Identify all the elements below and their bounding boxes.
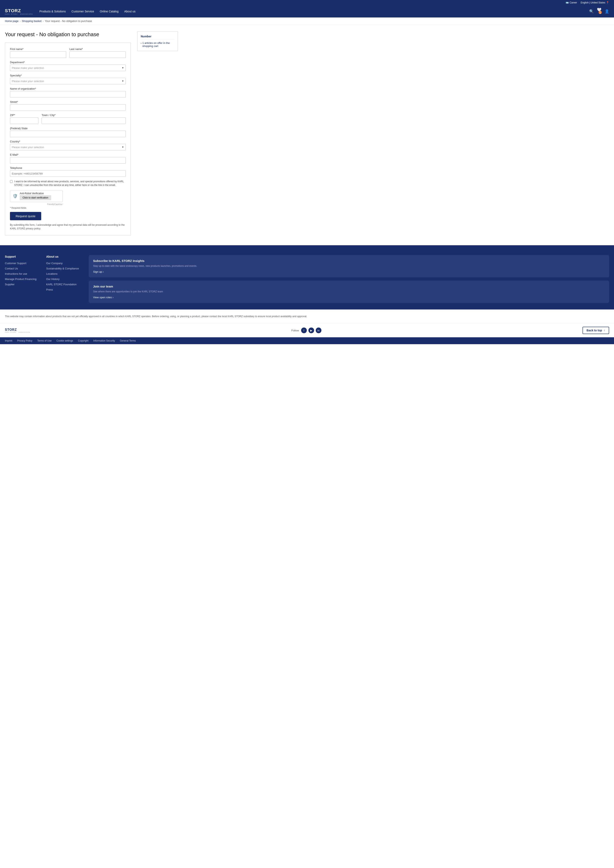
captcha-button[interactable]: Click to start verification [20, 195, 51, 200]
nav-online-catalog[interactable]: Online Catalog [100, 10, 119, 13]
state-group: (Federal) State [10, 127, 126, 137]
legal-general[interactable]: General Terms [120, 339, 136, 342]
breadcrumb-sep-1: › [20, 20, 20, 23]
zip-input[interactable] [10, 117, 39, 124]
last-name-col: Last name* [70, 48, 126, 58]
language-link[interactable]: English | United States 📍 [581, 1, 609, 4]
social-icons: f ▶ in [301, 328, 321, 333]
request-quote-button[interactable]: Request quote [10, 212, 41, 220]
country-group: Country* Please make your selection ▼ [10, 140, 126, 150]
privacy-note: By submitting this form, I acknowledge a… [10, 223, 126, 230]
legal-security[interactable]: Information Security [93, 339, 115, 342]
wishlist-badge: 1 [598, 11, 602, 14]
org-input[interactable] [10, 91, 126, 98]
subscribe-insights-desc: Stay up-to-date with the latest endoscop… [93, 264, 605, 268]
legal-copyright[interactable]: Copyright [78, 339, 88, 342]
last-name-label: Last name* [70, 48, 126, 51]
specialty-select[interactable]: Please make your selection [10, 78, 126, 84]
footer-customer-support[interactable]: Customer Support [5, 262, 26, 265]
back-to-top-button[interactable]: Back to top ↑ [583, 327, 609, 334]
footer-locations[interactable]: Locations [46, 272, 57, 275]
list-item: Supplier [5, 283, 36, 286]
footer-sustainability[interactable]: Sustainability & Compliance [46, 267, 79, 270]
footer-contact-us[interactable]: Contact Us [5, 267, 18, 270]
captcha-label: Anti-Robot Verification [20, 192, 51, 195]
legal-privacy[interactable]: Privacy Policy [17, 339, 33, 342]
join-team-desc: See where there are opportunities to joi… [93, 290, 605, 293]
legal-terms[interactable]: Terms of Use [37, 339, 51, 342]
telephone-input[interactable] [10, 170, 126, 177]
facebook-icon[interactable]: f [301, 328, 307, 333]
subscribe-signup-link[interactable]: Sign up › [93, 270, 605, 273]
email-group: E-Mail* [10, 153, 126, 163]
department-select[interactable]: Please make your selection [10, 65, 126, 71]
career-icon: 🪪 [566, 1, 569, 4]
city-col: Town / City* [42, 114, 126, 124]
footer-support-links: Customer Support Contact Us Instructions… [5, 261, 36, 286]
city-input[interactable] [42, 117, 126, 124]
location-icon: 📍 [606, 1, 609, 4]
legal-bar: Imprint Privacy Policy Terms of Use Cook… [0, 337, 614, 344]
telephone-group: Telephone [10, 166, 126, 177]
department-select-wrap: Please make your selection ▼ [10, 65, 126, 71]
zip-label: ZIP* [10, 114, 39, 117]
breadcrumb: Home page › Shopping basket › Your reque… [0, 17, 614, 25]
list-item: Contact Us [5, 267, 36, 270]
legal-imprint[interactable]: Imprint [5, 339, 12, 342]
footer-about-title: About us [46, 255, 79, 258]
first-name-input[interactable] [10, 51, 66, 58]
captcha-area: 🛡️ Anti-Robot Verification Click to star… [10, 190, 126, 205]
department-label: Department* [10, 61, 126, 64]
footer-logo-main: STORZ [5, 328, 17, 331]
footer-supplier[interactable]: Supplier [5, 283, 15, 286]
country-select[interactable]: Please make your selection [10, 144, 126, 150]
list-item: Customer Support [5, 261, 36, 265]
youtube-icon[interactable]: ▶ [309, 328, 314, 333]
street-label: Street* [10, 100, 126, 103]
request-form: First name* Last name* Department* Pleas… [5, 42, 131, 235]
department-group: Department* Please make your selection ▼ [10, 61, 126, 71]
footer-press[interactable]: Press [46, 288, 53, 291]
wishlist-icon[interactable]: 🤍 1 [597, 8, 602, 15]
join-team-box: Join our team See where there are opport… [89, 281, 609, 303]
last-name-input[interactable] [70, 51, 126, 58]
account-icon[interactable]: 👤 [605, 9, 609, 14]
country-select-wrap: Please make your selection ▼ [10, 144, 126, 150]
footer-our-company[interactable]: Our Company [46, 262, 62, 265]
footer-bottom: STORZ KARL STORZ · ENDOSCOPE Follow f ▶ … [0, 323, 614, 337]
follow-section: Follow f ▶ in [291, 328, 321, 333]
career-link[interactable]: 🪪 Career [566, 1, 577, 4]
telephone-label: Telephone [10, 166, 126, 170]
newsletter-checkbox[interactable] [10, 180, 12, 183]
topbar: 🪪 Career English | United States 📍 [0, 0, 614, 5]
street-input[interactable] [10, 104, 126, 111]
search-icon[interactable]: 🔍 [589, 9, 594, 14]
state-input[interactable] [10, 131, 126, 137]
back-to-top-arrow-icon: ↑ [604, 329, 605, 332]
email-label: E-Mail* [10, 153, 126, 156]
breadcrumb-basket[interactable]: Shopping basket [22, 20, 42, 23]
nav-customer-service[interactable]: Customer Service [71, 10, 94, 13]
sidebar-title: Number [141, 35, 174, 39]
footer-instructions[interactable]: Instructions for use [5, 272, 27, 275]
breadcrumb-home[interactable]: Home page [5, 20, 19, 23]
logo[interactable]: STORZ KARL STORZ · ENDOSCOPE [5, 8, 33, 15]
linkedin-icon[interactable]: in [316, 328, 321, 333]
sidebar: Number › 1 articles on offer in the shop… [137, 31, 178, 235]
nav-products[interactable]: Products & Solutions [39, 10, 66, 13]
nav-about[interactable]: About us [124, 10, 135, 13]
join-roles-link[interactable]: View open roles › [93, 296, 605, 299]
header-icons: 🔍 🤍 1 👤 [589, 8, 609, 15]
email-input[interactable] [10, 157, 126, 163]
footer-foundation[interactable]: KARL STORZ Foundation [46, 283, 76, 286]
breadcrumb-sep-2: › [43, 20, 43, 23]
footer-history[interactable]: Our History [46, 278, 59, 281]
footer-subscribe-section: Subscribe to KARL STORZ Insights Stay up… [89, 255, 609, 303]
org-group: Name of organization* [10, 87, 126, 98]
state-label: (Federal) State [10, 127, 126, 130]
legal-cookies[interactable]: Cookie settings [56, 339, 73, 342]
footer-financing[interactable]: Manage Product Financing [5, 278, 36, 281]
list-item: Instructions for use [5, 272, 36, 275]
footer-support-title: Support [5, 255, 36, 258]
sidebar-item: › 1 articles on offer in the shopping ca… [141, 42, 174, 48]
